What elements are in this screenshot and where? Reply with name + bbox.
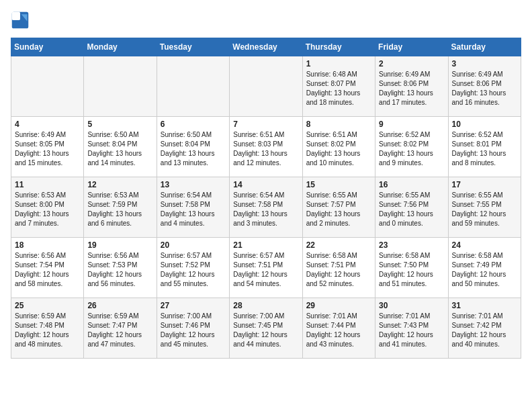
- day-number: 28: [233, 301, 298, 310]
- day-info: Sunrise: 6:53 AM Sunset: 8:00 PM Dayligh…: [15, 191, 80, 228]
- day-number: 8: [306, 120, 371, 129]
- calendar-cell: 1Sunrise: 6:48 AM Sunset: 8:07 PM Daylig…: [302, 56, 375, 117]
- calendar-cell: 3Sunrise: 6:49 AM Sunset: 8:06 PM Daylig…: [448, 56, 521, 117]
- calendar-cell: 8Sunrise: 6:51 AM Sunset: 8:02 PM Daylig…: [302, 117, 375, 177]
- day-info: Sunrise: 7:00 AM Sunset: 7:45 PM Dayligh…: [233, 312, 298, 349]
- day-info: Sunrise: 6:49 AM Sunset: 8:05 PM Dayligh…: [15, 130, 80, 168]
- day-info: Sunrise: 6:54 AM Sunset: 7:58 PM Dayligh…: [233, 191, 298, 228]
- day-number: 5: [87, 120, 152, 129]
- day-info: Sunrise: 7:01 AM Sunset: 7:44 PM Dayligh…: [306, 312, 371, 349]
- weekday-header-wednesday: Wednesday: [230, 38, 302, 56]
- day-info: Sunrise: 6:49 AM Sunset: 8:06 PM Dayligh…: [452, 70, 517, 107]
- page-header: [11, 11, 521, 30]
- calendar-cell: 28Sunrise: 7:00 AM Sunset: 7:45 PM Dayli…: [230, 298, 302, 359]
- calendar-cell: 4Sunrise: 6:49 AM Sunset: 8:05 PM Daylig…: [11, 117, 84, 177]
- day-info: Sunrise: 6:54 AM Sunset: 7:58 PM Dayligh…: [161, 191, 226, 228]
- day-info: Sunrise: 6:58 AM Sunset: 7:50 PM Dayligh…: [379, 251, 444, 289]
- day-number: 29: [306, 301, 371, 310]
- day-info: Sunrise: 6:55 AM Sunset: 7:56 PM Dayligh…: [379, 191, 444, 228]
- day-number: 2: [379, 59, 444, 68]
- day-number: 24: [452, 240, 517, 250]
- calendar-cell: [84, 56, 157, 117]
- day-info: Sunrise: 7:00 AM Sunset: 7:46 PM Dayligh…: [161, 312, 226, 349]
- day-number: 15: [306, 180, 371, 189]
- calendar-cell: 13Sunrise: 6:54 AM Sunset: 7:58 PM Dayli…: [157, 177, 229, 238]
- day-info: Sunrise: 6:56 AM Sunset: 7:54 PM Dayligh…: [15, 251, 80, 289]
- calendar-cell: 23Sunrise: 6:58 AM Sunset: 7:50 PM Dayli…: [375, 238, 448, 298]
- day-info: Sunrise: 6:59 AM Sunset: 7:48 PM Dayligh…: [15, 312, 80, 349]
- day-number: 27: [161, 301, 226, 310]
- weekday-header-thursday: Thursday: [302, 38, 375, 56]
- day-info: Sunrise: 6:50 AM Sunset: 8:04 PM Dayligh…: [87, 130, 152, 168]
- weekday-header-monday: Monday: [84, 38, 157, 56]
- day-info: Sunrise: 7:01 AM Sunset: 7:43 PM Dayligh…: [379, 312, 444, 349]
- calendar-cell: [11, 56, 84, 117]
- calendar-cell: 24Sunrise: 6:58 AM Sunset: 7:49 PM Dayli…: [448, 238, 521, 298]
- day-info: Sunrise: 6:53 AM Sunset: 7:59 PM Dayligh…: [87, 191, 152, 228]
- day-number: 16: [379, 180, 444, 189]
- day-info: Sunrise: 6:52 AM Sunset: 8:01 PM Dayligh…: [452, 130, 517, 168]
- day-info: Sunrise: 6:55 AM Sunset: 7:55 PM Dayligh…: [452, 191, 517, 228]
- calendar-cell: 30Sunrise: 7:01 AM Sunset: 7:43 PM Dayli…: [375, 298, 448, 359]
- weekday-header-saturday: Saturday: [448, 38, 521, 56]
- day-info: Sunrise: 6:59 AM Sunset: 7:47 PM Dayligh…: [87, 312, 152, 349]
- logo-icon: [11, 11, 30, 30]
- calendar-cell: 7Sunrise: 6:51 AM Sunset: 8:03 PM Daylig…: [230, 117, 302, 177]
- calendar-cell: 18Sunrise: 6:56 AM Sunset: 7:54 PM Dayli…: [11, 238, 84, 298]
- day-number: 22: [306, 240, 371, 250]
- calendar-cell: 14Sunrise: 6:54 AM Sunset: 7:58 PM Dayli…: [230, 177, 302, 238]
- day-number: 17: [452, 180, 517, 189]
- weekday-header-sunday: Sunday: [11, 38, 84, 56]
- day-info: Sunrise: 6:58 AM Sunset: 7:49 PM Dayligh…: [452, 251, 517, 289]
- day-number: 20: [161, 240, 226, 250]
- calendar-cell: 22Sunrise: 6:58 AM Sunset: 7:51 PM Dayli…: [302, 238, 375, 298]
- calendar-cell: 12Sunrise: 6:53 AM Sunset: 7:59 PM Dayli…: [84, 177, 157, 238]
- day-number: 3: [452, 59, 517, 68]
- day-info: Sunrise: 6:50 AM Sunset: 8:04 PM Dayligh…: [161, 130, 226, 168]
- day-info: Sunrise: 6:57 AM Sunset: 7:52 PM Dayligh…: [161, 251, 226, 289]
- calendar-cell: 25Sunrise: 6:59 AM Sunset: 7:48 PM Dayli…: [11, 298, 84, 359]
- calendar-cell: 6Sunrise: 6:50 AM Sunset: 8:04 PM Daylig…: [157, 117, 229, 177]
- day-number: 18: [15, 240, 80, 250]
- day-number: 23: [379, 240, 444, 250]
- day-number: 9: [379, 120, 444, 129]
- day-info: Sunrise: 7:01 AM Sunset: 7:42 PM Dayligh…: [452, 312, 517, 349]
- day-number: 14: [233, 180, 298, 189]
- day-info: Sunrise: 6:48 AM Sunset: 8:07 PM Dayligh…: [306, 70, 371, 107]
- day-number: 25: [15, 301, 80, 310]
- calendar-cell: 27Sunrise: 7:00 AM Sunset: 7:46 PM Dayli…: [157, 298, 229, 359]
- day-number: 7: [233, 120, 298, 129]
- day-number: 30: [379, 301, 444, 310]
- day-number: 1: [306, 59, 371, 68]
- day-number: 4: [15, 120, 80, 129]
- logo: [11, 11, 32, 30]
- svg-rect-2: [12, 12, 20, 20]
- calendar-cell: 10Sunrise: 6:52 AM Sunset: 8:01 PM Dayli…: [448, 117, 521, 177]
- calendar-cell: 21Sunrise: 6:57 AM Sunset: 7:51 PM Dayli…: [230, 238, 302, 298]
- calendar-cell: [230, 56, 302, 117]
- day-number: 21: [233, 240, 298, 250]
- day-info: Sunrise: 6:58 AM Sunset: 7:51 PM Dayligh…: [306, 251, 371, 289]
- calendar-cell: 9Sunrise: 6:52 AM Sunset: 8:02 PM Daylig…: [375, 117, 448, 177]
- day-number: 12: [87, 180, 152, 189]
- day-number: 13: [161, 180, 226, 189]
- day-number: 6: [161, 120, 226, 129]
- day-number: 19: [87, 240, 152, 250]
- day-info: Sunrise: 6:52 AM Sunset: 8:02 PM Dayligh…: [379, 130, 444, 168]
- weekday-header-friday: Friday: [375, 38, 448, 56]
- day-number: 31: [452, 301, 517, 310]
- day-info: Sunrise: 6:55 AM Sunset: 7:57 PM Dayligh…: [306, 191, 371, 228]
- calendar-cell: 11Sunrise: 6:53 AM Sunset: 8:00 PM Dayli…: [11, 177, 84, 238]
- calendar-cell: 26Sunrise: 6:59 AM Sunset: 7:47 PM Dayli…: [84, 298, 157, 359]
- day-info: Sunrise: 6:51 AM Sunset: 8:02 PM Dayligh…: [306, 130, 371, 168]
- day-info: Sunrise: 6:51 AM Sunset: 8:03 PM Dayligh…: [233, 130, 298, 168]
- calendar-cell: 17Sunrise: 6:55 AM Sunset: 7:55 PM Dayli…: [448, 177, 521, 238]
- calendar-cell: 2Sunrise: 6:49 AM Sunset: 8:06 PM Daylig…: [375, 56, 448, 117]
- calendar-cell: 20Sunrise: 6:57 AM Sunset: 7:52 PM Dayli…: [157, 238, 229, 298]
- day-number: 10: [452, 120, 517, 129]
- calendar-cell: [157, 56, 229, 117]
- calendar-cell: 5Sunrise: 6:50 AM Sunset: 8:04 PM Daylig…: [84, 117, 157, 177]
- day-info: Sunrise: 6:56 AM Sunset: 7:53 PM Dayligh…: [87, 251, 152, 289]
- day-number: 26: [87, 301, 152, 310]
- calendar-cell: 15Sunrise: 6:55 AM Sunset: 7:57 PM Dayli…: [302, 177, 375, 238]
